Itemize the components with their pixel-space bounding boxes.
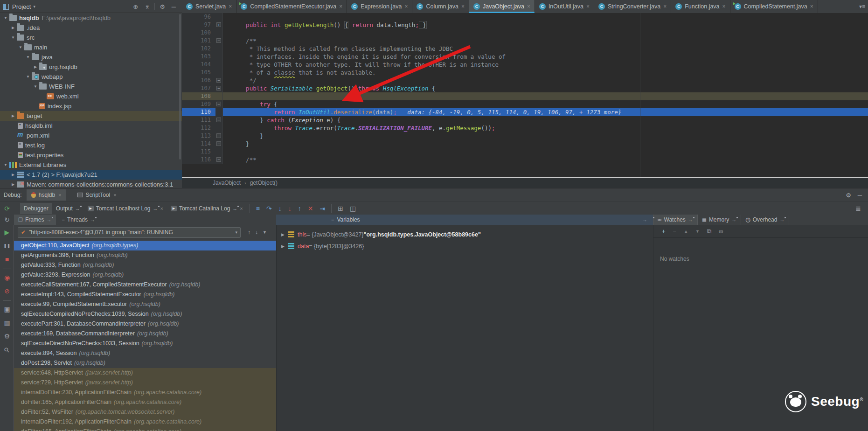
code-line[interactable]: 113− } (182, 132, 868, 140)
tree-item-hsqldb[interactable]: ▼hsqldbF:\java\javaproject\hsqldb (0, 13, 182, 23)
tree-item-WEB-INF[interactable]: ▼WEB-INF (0, 82, 182, 91)
code-line[interactable]: 102 * This method is called from classes… (182, 45, 868, 53)
close-icon[interactable]: × (339, 3, 342, 10)
code-line[interactable]: 106− */ (182, 76, 868, 84)
resume-icon[interactable]: ▶ (0, 227, 14, 238)
editor-tab[interactable]: CStringConverter.java× (594, 0, 671, 13)
stack-frame-row[interactable]: getValue:333, Function(org.hsqldb) (14, 260, 276, 270)
stop-icon[interactable]: ■ (0, 254, 14, 265)
close-icon[interactable]: × (586, 3, 590, 10)
refresh-frames-icon[interactable]: ↻ (4, 216, 10, 223)
run-to-cursor-icon[interactable]: ⇥ (319, 205, 325, 212)
editor-tab[interactable]: CCompiledStatement.java× (730, 0, 818, 13)
stack-frame-row[interactable]: execute:99, CompiledStatementExecutor(or… (14, 299, 276, 309)
editor-tab[interactable]: CInOutUtil.java× (535, 0, 594, 13)
tree-item-java[interactable]: ▼java (0, 52, 182, 62)
fold-marker-icon[interactable]: − (216, 141, 221, 146)
editor-tab[interactable]: CColumn.java× (412, 0, 469, 13)
pause-icon[interactable]: ❚❚ (0, 241, 14, 252)
remove-icon[interactable]: − (673, 228, 677, 235)
code-line[interactable]: 96 (182, 13, 868, 21)
debug-settings-gear-icon[interactable]: ⚙ (846, 192, 851, 199)
stack-frame-row[interactable]: sqlExecuteDirectNoPreChecks:1033, Sessio… (14, 339, 276, 348)
evaluate-expression-icon[interactable]: ⊞ (338, 205, 343, 212)
stack-frame-row[interactable]: execute:894, Session(org.hsqldb) (14, 348, 276, 358)
gear-icon[interactable]: ⚙ (160, 3, 165, 10)
close-icon[interactable]: × (810, 3, 813, 10)
view-tab-tomcat-localhost-log[interactable]: ▶Tomcat Localhost Log→× (84, 203, 167, 214)
tree-item-test.properties[interactable]: test.properties (0, 150, 182, 160)
code-line[interactable]: 115 (182, 148, 868, 156)
close-icon[interactable]: × (240, 206, 243, 211)
settings-gear-icon[interactable]: ⚙ (0, 331, 14, 342)
fold-marker-icon[interactable]: − (216, 102, 221, 106)
code-line[interactable]: 110 return InOutUtil.deserialize(data); … (182, 108, 868, 116)
stack-frame-row[interactable]: sqlExecuteCompiledNoPreChecks:1039, Sess… (14, 309, 276, 319)
code-line[interactable]: 108 (182, 92, 868, 100)
fold-marker-icon[interactable]: − (216, 86, 221, 90)
fold-marker-icon[interactable]: − (216, 78, 221, 83)
stack-frame-row[interactable]: service:729, HttpServlet(javax.servlet.h… (14, 378, 276, 388)
move-up-icon[interactable]: ▲ (684, 229, 688, 234)
rerun-icon[interactable]: ⟳ (4, 205, 10, 212)
editor-tab[interactable]: CJavaObject.java× (469, 0, 535, 13)
code-line[interactable]: 109− try { (182, 100, 868, 108)
expand-icon[interactable]: ▶ (281, 244, 288, 249)
tab-threads[interactable]: ≡ Threads→ (58, 215, 99, 225)
close-icon[interactable]: × (527, 3, 530, 10)
hide-debug-icon[interactable]: ─ (858, 192, 862, 199)
tab-overhead[interactable]: ◷ Overhead→ (741, 215, 789, 225)
fold-marker-icon[interactable]: − (216, 118, 221, 122)
tree-item-pom.xml[interactable]: pom.xml (0, 131, 182, 140)
layout-settings-icon[interactable]: ◫ (350, 205, 356, 212)
tree-item-src[interactable]: ▼src (0, 33, 182, 42)
glasses-icon[interactable]: ∞ (719, 228, 723, 235)
variable-row-this[interactable]: ▶this = {JavaObject@3427} "org.hsqldb.ty… (277, 229, 653, 240)
tree-expand-icon[interactable]: ▼ (25, 55, 31, 59)
code-line[interactable]: 100 (182, 29, 868, 37)
stack-frame-row[interactable]: internalDoFilter:192, ApplicationFilterC… (14, 417, 276, 427)
tree-item-hsqldb.iml[interactable]: hsqldb.iml (0, 121, 182, 131)
tree-item-org.hsqldb[interactable]: ▶org.hsqldb (0, 62, 182, 72)
stack-frame-row[interactable]: doPost:298, Servlet(org.hsqldb) (14, 358, 276, 368)
copy-icon[interactable]: ⧉ (707, 228, 711, 235)
tree-item-main[interactable]: ▼main (0, 42, 182, 52)
variable-row-data[interactable]: ▶data = {byte[1283]@3426} (277, 240, 653, 252)
stack-frame-row[interactable]: service:648, HttpServlet(javax.servlet.h… (14, 368, 276, 378)
view-breakpoints-icon[interactable]: ◉ (0, 272, 14, 284)
close-icon[interactable]: × (160, 206, 163, 211)
stack-frame-row[interactable]: executeImpl:143, CompiledStatementExecut… (14, 290, 276, 299)
step-out-icon[interactable]: ↑ (298, 205, 301, 212)
camera-icon[interactable]: ▣ (0, 304, 14, 315)
restore-layout-icon[interactable]: ≣ (855, 205, 861, 212)
code-line[interactable]: 101− /** (182, 37, 868, 45)
view-tab-output[interactable]: Output→ (52, 203, 84, 214)
tree-item-.idea[interactable]: ▶.idea (0, 23, 182, 33)
tree-expand-icon[interactable]: ▼ (25, 75, 31, 79)
fold-marker-icon[interactable]: − (216, 38, 221, 43)
stack-frame-row[interactable]: getValue:3293, Expression(org.hsqldb) (14, 270, 276, 280)
debug-session-tab-ScriptTool[interactable]: ScriptTool× (73, 189, 121, 201)
code-line[interactable]: 111− } catch (Exception e) { (182, 116, 868, 124)
close-icon[interactable]: × (722, 3, 726, 10)
tree-expand-icon[interactable]: ▶ (10, 173, 16, 177)
pin-icon[interactable]: ⚲ (0, 341, 16, 359)
tree-expand-icon[interactable]: ▶ (10, 26, 16, 30)
view-tab-debugger[interactable]: Debugger (20, 203, 52, 214)
tree-expand-icon[interactable]: ▶ (10, 182, 16, 187)
code-line[interactable]: 103 * interfaces. Inside the engine it i… (182, 53, 868, 61)
close-icon[interactable]: × (404, 3, 408, 10)
stack-frame-row[interactable]: getArguments:396, Function(org.hsqldb) (14, 250, 276, 260)
breadcrumb-class[interactable]: JavaObject (213, 180, 241, 186)
breadcrumb-method[interactable]: getObject() (250, 180, 278, 186)
locate-file-icon[interactable]: ⊕ (133, 3, 138, 10)
code-editor[interactable]: 9697+ public int getBytesLength() { retu… (182, 13, 868, 177)
close-icon[interactable]: × (461, 3, 465, 10)
project-scrollbar[interactable] (179, 14, 181, 160)
move-down-icon[interactable]: ▼ (695, 229, 700, 234)
add-icon[interactable]: + (662, 228, 666, 235)
tree-expand-icon[interactable]: ▶ (33, 65, 38, 69)
hide-panel-icon[interactable]: ─ (172, 3, 176, 10)
fold-marker-icon[interactable]: + (216, 22, 221, 27)
prev-frame-icon[interactable]: ↑ (248, 229, 250, 236)
